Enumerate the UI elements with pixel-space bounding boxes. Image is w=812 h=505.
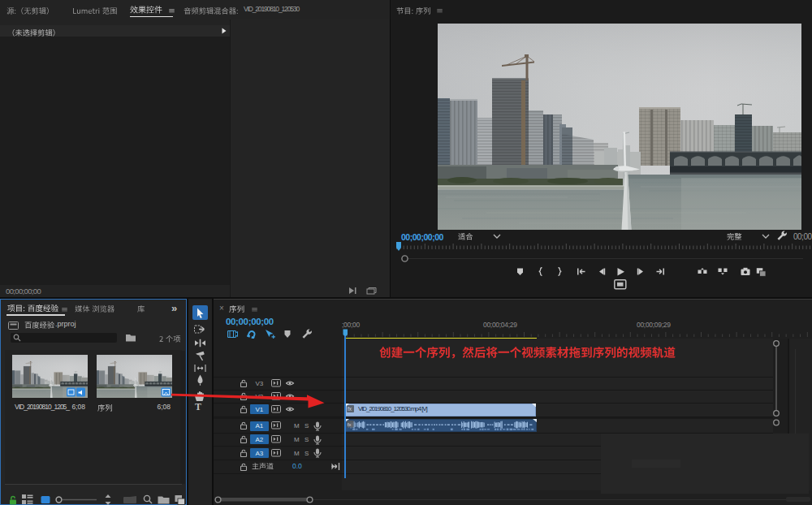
svg-text:fx: fx: [348, 421, 352, 426]
